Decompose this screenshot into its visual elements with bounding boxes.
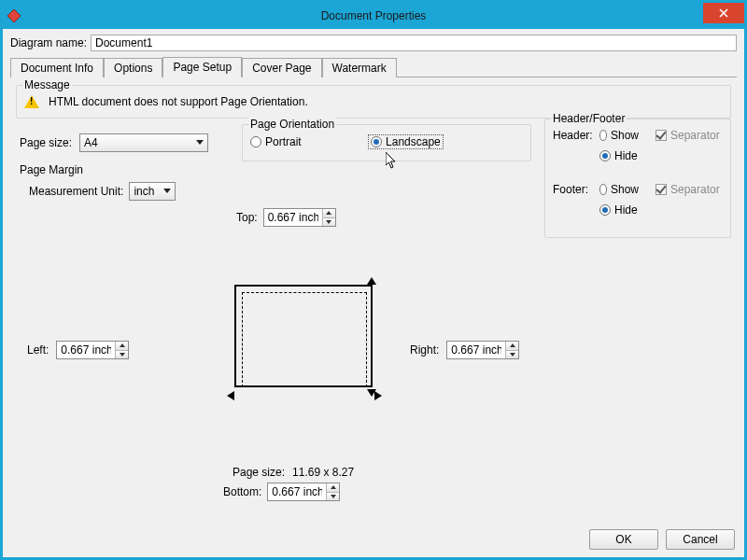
chevron-down-icon [196, 140, 204, 145]
orientation-group: Page Orientation Portrait Landscape [242, 124, 531, 161]
diagram-name-label: Diagram name: [10, 36, 87, 49]
footer-label: Footer: [553, 183, 599, 196]
page-size-value: A4 [84, 136, 98, 149]
preview-size-value: 11.69 x 8.27 [292, 466, 354, 479]
left-label: Left: [27, 343, 49, 357]
hf-legend: Header/Footer [551, 112, 627, 125]
left-spin[interactable] [56, 341, 129, 359]
tab-options[interactable]: Options [104, 58, 162, 77]
diagram-name-input[interactable] [91, 35, 737, 51]
radio-portrait[interactable]: Portrait [250, 135, 302, 148]
header-footer-group: Header/Footer Header: Show Separator Hid… [544, 119, 731, 238]
header-separator[interactable]: Separator [655, 129, 730, 142]
tab-page-setup[interactable]: Page Setup [162, 57, 242, 77]
radio-landscape[interactable]: Landscape [368, 134, 444, 149]
message-legend: Message [22, 78, 72, 91]
warning-icon [24, 95, 39, 108]
top-spin[interactable] [263, 208, 336, 227]
page-setup-panel: Message HTML document does not support P… [10, 77, 737, 524]
orientation-legend: Page Orientation [248, 118, 336, 131]
titlebar: Document Properties [3, 3, 744, 29]
footer-show[interactable]: Show [599, 183, 639, 196]
close-button[interactable] [703, 3, 744, 23]
right-label: Right: [410, 343, 439, 357]
page-margin-group: Page Margin Measurement Unit: inch Top: [20, 163, 538, 509]
page-size-combo[interactable]: A4 [79, 133, 208, 152]
bottom-label: Bottom: [223, 485, 261, 498]
unit-combo[interactable]: inch [129, 182, 176, 201]
bottom-spin[interactable] [267, 483, 340, 501]
page-size-label: Page size: [20, 136, 72, 149]
margin-legend: Page Margin [20, 163, 538, 176]
window-title: Document Properties [3, 9, 744, 22]
svg-marker-0 [7, 9, 21, 22]
page-preview [234, 285, 374, 397]
footer-hide[interactable]: Hide [599, 203, 639, 217]
right-spin[interactable] [446, 341, 519, 359]
header-label: Header: [553, 129, 599, 142]
tab-cover-page[interactable]: Cover Page [242, 58, 321, 77]
cancel-button[interactable]: Cancel [666, 529, 735, 550]
header-hide[interactable]: Hide [599, 149, 639, 162]
top-label: Top: [236, 211, 258, 224]
tabstrip: Document Info Options Page Setup Cover P… [10, 57, 737, 77]
header-show[interactable]: Show [599, 129, 639, 142]
preview-size-label: Page size: [233, 466, 285, 479]
tab-watermark[interactable]: Watermark [322, 58, 397, 77]
unit-label: Measurement Unit: [29, 185, 123, 198]
chevron-down-icon [163, 189, 171, 193]
ok-button[interactable]: OK [589, 529, 658, 550]
app-icon [7, 8, 21, 23]
tab-document-info[interactable]: Document Info [10, 58, 104, 77]
dialog-buttons: OK Cancel [589, 529, 735, 550]
message-text: HTML document does not support Page Orie… [49, 95, 308, 108]
footer-separator[interactable]: Separator [655, 183, 730, 196]
